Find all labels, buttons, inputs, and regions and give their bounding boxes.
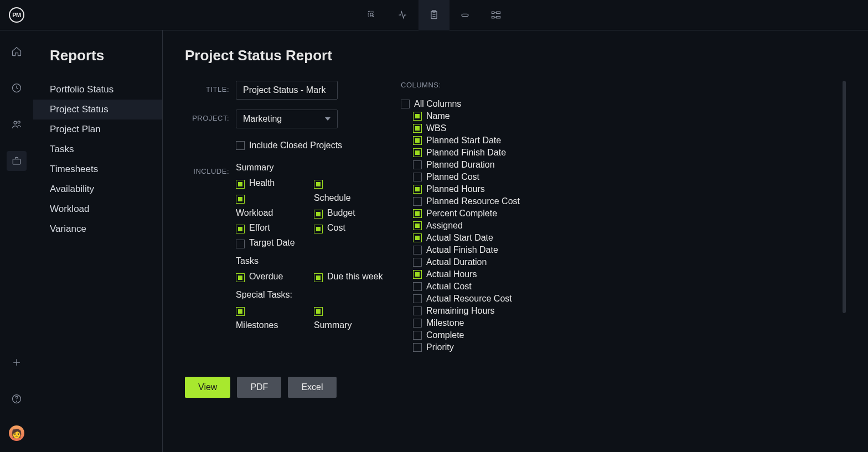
sidebar-item-variance[interactable]: Variance: [33, 219, 162, 239]
column-actual-finish-date-checkbox[interactable]: [413, 246, 422, 254]
topbar: PM: [0, 0, 868, 30]
column-remaining-hours-checkbox[interactable]: [413, 306, 422, 315]
include-target-date-checkbox[interactable]: [236, 240, 245, 248]
include-budget-label: Budget: [327, 208, 355, 218]
project-select-value: Marketing: [243, 114, 282, 124]
column-wbs-checkbox[interactable]: [413, 124, 422, 133]
column-remaining-hours-label: Remaining Hours: [426, 306, 495, 316]
include-schedule-label: Schedule: [314, 193, 351, 203]
rail-help-icon[interactable]: [7, 389, 27, 409]
include-summary-special-label: Summary: [314, 320, 352, 330]
view-attachment-icon[interactable]: [450, 0, 480, 30]
include-workload-label: Workload: [236, 208, 273, 218]
column-percent-complete-checkbox[interactable]: [413, 209, 422, 218]
column-planned-cost-checkbox[interactable]: [413, 173, 422, 181]
view-clipboard-icon[interactable]: [418, 0, 450, 30]
column-actual-resource-cost-label: Actual Resource Cost: [426, 294, 512, 304]
svg-rect-8: [497, 17, 500, 18]
sidebar-item-project-status[interactable]: Project Status: [33, 100, 162, 120]
svg-rect-4: [462, 14, 468, 16]
svg-rect-6: [497, 12, 500, 13]
include-schedule-checkbox[interactable]: [314, 180, 323, 189]
svg-rect-7: [492, 17, 494, 18]
column-actual-cost-label: Actual Cost: [426, 282, 472, 292]
include-effort-checkbox[interactable]: [236, 225, 245, 233]
title-input[interactable]: [236, 81, 338, 100]
column-planned-duration-label: Planned Duration: [426, 160, 495, 170]
column-milestone-checkbox[interactable]: [413, 319, 422, 328]
include-due-this-week-label: Due this week: [327, 272, 383, 282]
sidebar-title: Reports: [50, 47, 162, 64]
pdf-button[interactable]: PDF: [237, 377, 281, 398]
column-percent-complete-label: Percent Complete: [426, 209, 497, 219]
include-summary-special-checkbox[interactable]: [314, 307, 323, 316]
scrollbar[interactable]: [843, 81, 846, 313]
include-health-checkbox[interactable]: [236, 180, 245, 189]
special-heading: Special Tasks:: [236, 290, 390, 300]
title-label: TITLE:: [185, 81, 236, 93]
column-planned-finish-date-checkbox[interactable]: [413, 148, 422, 157]
column-actual-cost-checkbox[interactable]: [413, 282, 422, 291]
project-select[interactable]: Marketing: [236, 110, 338, 128]
chevron-down-icon: [325, 117, 330, 121]
project-label: PROJECT:: [185, 110, 236, 122]
sidebar-item-tasks[interactable]: Tasks: [33, 139, 162, 159]
include-budget-checkbox[interactable]: [314, 210, 323, 219]
svg-point-11: [18, 121, 20, 123]
column-complete-checkbox[interactable]: [413, 331, 422, 340]
sidebar-item-timesheets[interactable]: Timesheets: [33, 159, 162, 179]
sidebar-item-project-plan[interactable]: Project Plan: [33, 120, 162, 139]
column-actual-start-date-label: Actual Start Date: [426, 233, 493, 243]
column-actual-resource-cost-checkbox[interactable]: [413, 294, 422, 303]
rail-add-icon[interactable]: [7, 352, 27, 372]
include-milestones-checkbox[interactable]: [236, 307, 245, 316]
include-target-date-label: Target Date: [249, 238, 295, 248]
column-priority-label: Priority: [426, 342, 454, 352]
sidebar-item-availability[interactable]: Availability: [33, 179, 162, 199]
avatar[interactable]: 🧑: [9, 425, 24, 441]
rail-clock-icon[interactable]: [7, 78, 27, 98]
view-search-icon[interactable]: [356, 0, 388, 30]
column-name-label: Name: [426, 111, 450, 121]
include-cost-checkbox[interactable]: [314, 225, 323, 233]
svg-rect-12: [13, 159, 20, 164]
app-logo[interactable]: PM: [0, 7, 33, 23]
include-health-label: Health: [249, 178, 275, 188]
column-actual-finish-date-label: Actual Finish Date: [426, 245, 498, 255]
column-planned-hours-label: Planned Hours: [426, 184, 485, 194]
include-overdue-checkbox[interactable]: [236, 273, 245, 282]
sidebar-item-workload[interactable]: Workload: [33, 199, 162, 219]
column-actual-duration-checkbox[interactable]: [413, 258, 422, 267]
column-actual-hours-checkbox[interactable]: [413, 270, 422, 279]
column-planned-hours-checkbox[interactable]: [413, 185, 422, 194]
excel-button[interactable]: Excel: [288, 377, 336, 398]
rail-briefcase-icon[interactable]: [7, 151, 27, 171]
page-title: Project Status Report: [185, 47, 846, 64]
column-planned-start-date-checkbox[interactable]: [413, 136, 422, 145]
column-actual-hours-label: Actual Hours: [426, 269, 477, 279]
column-priority-checkbox[interactable]: [413, 343, 422, 352]
column-actual-start-date-checkbox[interactable]: [413, 233, 422, 242]
column-actual-duration-label: Actual Duration: [426, 257, 487, 267]
view-activity-icon[interactable]: [388, 0, 418, 30]
rail-people-icon[interactable]: [7, 115, 27, 134]
column-planned-finish-date-label: Planned Finish Date: [426, 148, 506, 158]
svg-rect-5: [492, 12, 494, 13]
include-workload-checkbox[interactable]: [236, 195, 245, 204]
nav-rail: 🧑: [0, 30, 33, 452]
svg-point-10: [14, 121, 17, 124]
view-button[interactable]: View: [185, 377, 230, 398]
topbar-view-switcher: [356, 0, 512, 30]
column-name-checkbox[interactable]: [413, 112, 422, 121]
all-columns-checkbox[interactable]: [401, 100, 410, 108]
column-assigned-checkbox[interactable]: [413, 221, 422, 230]
include-closed-checkbox[interactable]: [236, 141, 245, 150]
column-planned-duration-checkbox[interactable]: [413, 160, 422, 169]
rail-home-icon[interactable]: [7, 41, 27, 61]
column-planned-resource-cost-checkbox[interactable]: [413, 197, 422, 206]
svg-point-14: [17, 401, 17, 402]
sidebar-item-portfolio-status[interactable]: Portfolio Status: [33, 80, 162, 100]
view-flow-icon[interactable]: [480, 0, 512, 30]
reports-sidebar: Reports Portfolio StatusProject StatusPr…: [33, 30, 163, 452]
include-due-this-week-checkbox[interactable]: [314, 273, 323, 282]
